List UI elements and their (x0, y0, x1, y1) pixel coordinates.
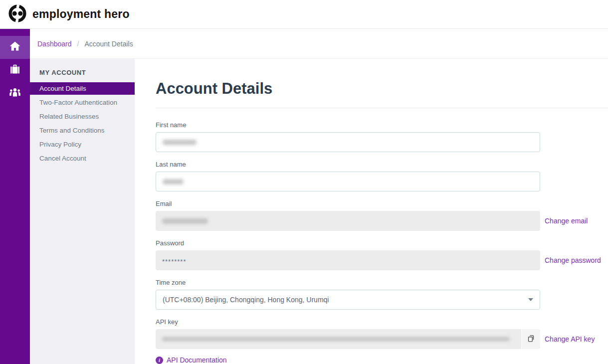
redacted-api-key (162, 337, 510, 341)
breadcrumb-current: Account Details (84, 40, 133, 48)
employment-hero-logo-icon (8, 4, 26, 24)
logo-wordmark: employment hero (32, 7, 130, 21)
first-name-input[interactable] (156, 132, 540, 152)
top-header: employment hero (0, 0, 608, 29)
menu-section-title: MY ACCOUNT (30, 69, 135, 82)
employment-hero-logo[interactable]: employment hero (8, 4, 130, 24)
api-key-group: API key Change API k (156, 318, 608, 364)
title-divider (156, 108, 608, 108)
main-content: Account Details First name Last name Ema… (135, 59, 608, 364)
copy-icon (527, 334, 535, 345)
password-label: Password (156, 239, 608, 247)
menu-item-related-businesses[interactable]: Related Businesses (30, 110, 135, 123)
sidebar-item-people[interactable] (0, 82, 30, 105)
briefcase-icon (9, 63, 21, 77)
api-documentation-link[interactable]: i API Documentation (156, 356, 608, 364)
copy-api-key-button[interactable] (522, 329, 540, 349)
email-label: Email (156, 200, 608, 207)
menu-item-terms[interactable]: Terms and Conditions (30, 124, 135, 137)
last-name-input[interactable] (156, 172, 540, 191)
email-input (156, 211, 540, 231)
api-key-input-group (156, 329, 540, 349)
menu-item-two-factor[interactable]: Two-Factor Authentication (30, 96, 135, 109)
app-sidebar (0, 29, 30, 364)
sidebar-item-home[interactable] (0, 36, 30, 59)
info-icon: i (156, 357, 163, 364)
last-name-group: Last name (156, 161, 608, 191)
redacted-email (162, 218, 208, 224)
breadcrumb-separator: / (77, 40, 79, 48)
time-zone-select[interactable]: (UTC+08:00) Beijing, Chongqing, Hong Kon… (156, 290, 540, 310)
breadcrumb: Dashboard / Account Details (30, 29, 608, 59)
change-email-link[interactable]: Change email (545, 217, 588, 225)
page-title: Account Details (156, 80, 608, 98)
time-zone-group: Time zone (UTC+08:00) Beijing, Chongqing… (156, 279, 608, 310)
menu-item-privacy[interactable]: Privacy Policy (30, 138, 135, 151)
sidebar-item-work[interactable] (0, 59, 30, 82)
api-key-label: API key (156, 318, 608, 326)
api-documentation-label: API Documentation (167, 356, 227, 364)
time-zone-label: Time zone (156, 279, 608, 286)
password-group: Password ******** Change password (156, 239, 608, 270)
password-input: ******** (156, 250, 540, 270)
home-icon (9, 40, 21, 54)
first-name-group: First name (156, 121, 608, 152)
change-api-key-link[interactable]: Change API key (545, 335, 595, 343)
password-mask: ******** (162, 256, 186, 265)
last-name-label: Last name (156, 161, 608, 168)
time-zone-value: (UTC+08:00) Beijing, Chongqing, Hong Kon… (163, 296, 329, 304)
breadcrumb-dashboard-link[interactable]: Dashboard (37, 40, 72, 48)
redacted-last-name (163, 179, 184, 184)
change-password-link[interactable]: Change password (545, 256, 601, 264)
api-key-input (156, 329, 521, 349)
first-name-label: First name (156, 121, 608, 129)
menu-item-account-details[interactable]: Account Details (30, 82, 135, 95)
email-group: Email Change email (156, 200, 608, 231)
app-window: employment hero (0, 0, 608, 364)
account-menu: MY ACCOUNT Account Details Two-Factor Au… (30, 59, 135, 364)
chevron-down-icon (528, 298, 533, 301)
redacted-first-name (163, 140, 197, 145)
menu-item-cancel-account[interactable]: Cancel Account (30, 152, 135, 165)
people-icon (8, 86, 21, 100)
